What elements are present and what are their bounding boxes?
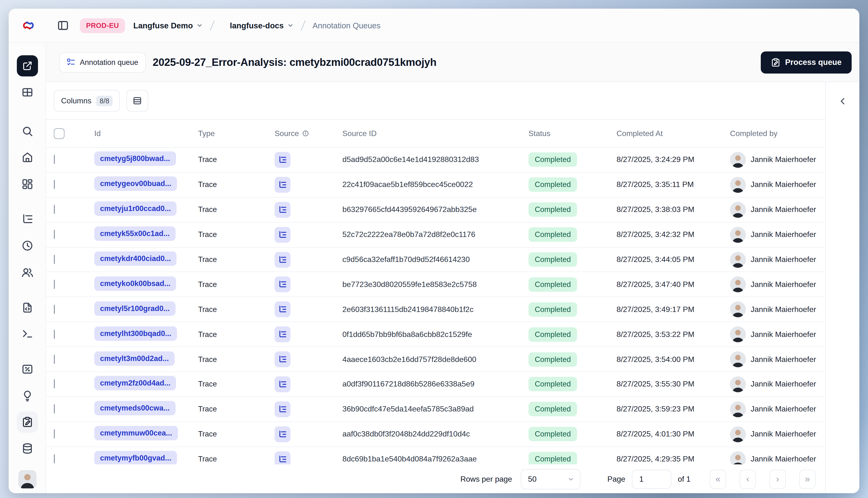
column-header-source[interactable]: Source: [275, 129, 342, 138]
row-checkbox[interactable]: [54, 305, 55, 314]
sidebar-toggle-button[interactable]: [57, 19, 69, 32]
last-page-button[interactable]: »: [799, 469, 816, 489]
source-link[interactable]: [275, 152, 290, 168]
source-link[interactable]: [275, 302, 290, 317]
row-checkbox[interactable]: [54, 454, 55, 463]
org-selector[interactable]: Langfuse Demo: [133, 21, 203, 30]
source-link[interactable]: [275, 402, 290, 417]
row-checkbox[interactable]: [54, 255, 55, 264]
sidebar-item-dashboards[interactable]: [21, 178, 34, 191]
table-row[interactable]: cmetym2fz00d4ad... Trace a0df3f901167218…: [46, 372, 825, 397]
sidebar-item-home[interactable]: [21, 151, 34, 163]
row-id-pill[interactable]: cmetymyfb00gvad...: [94, 451, 177, 464]
row-id-pill[interactable]: cmetykdr400ciad0...: [94, 251, 177, 266]
column-header-completed-by[interactable]: Completed by: [730, 129, 825, 138]
row-checkbox[interactable]: [54, 354, 55, 364]
row-id-pill[interactable]: cmetymmuw00cea...: [94, 426, 178, 440]
sidebar-item-sessions[interactable]: [21, 239, 34, 252]
source-link[interactable]: [275, 376, 290, 392]
row-checkbox[interactable]: [54, 380, 55, 389]
person-photo: [730, 426, 746, 442]
table-row[interactable]: cmetyk55x00c1ad... Trace 52c72c2222ea78e…: [46, 222, 825, 247]
person-photo: [18, 470, 36, 488]
row-checkbox[interactable]: [54, 429, 55, 438]
source-link[interactable]: [275, 202, 290, 218]
source-link[interactable]: [275, 451, 290, 464]
row-height-button[interactable]: [127, 90, 148, 112]
source-link[interactable]: [275, 252, 290, 267]
table-row[interactable]: cmetylht300bqad0... Trace 0f1dd65b7bb9bf…: [46, 322, 825, 347]
column-header-id[interactable]: Id: [94, 129, 198, 138]
sidebar-item-tables[interactable]: [21, 86, 34, 99]
first-page-button[interactable]: «: [710, 469, 726, 489]
row-id-pill[interactable]: cmetymeds00cwa...: [94, 401, 176, 416]
source-link[interactable]: [275, 426, 290, 442]
table-row[interactable]: cmetykdr400ciad0... Trace c9d56ca32efaff…: [46, 247, 825, 272]
user-avatar[interactable]: [18, 470, 36, 488]
source-link[interactable]: [275, 277, 290, 292]
source-link[interactable]: [275, 227, 290, 243]
table-row[interactable]: cmetyju1r00ccad0... Trace b63297665cfd44…: [46, 198, 825, 223]
status-badge: Completed: [529, 277, 577, 292]
person-photo: [730, 152, 746, 168]
avatar: [730, 227, 746, 243]
avatar: [730, 152, 746, 168]
row-checkbox[interactable]: [54, 280, 55, 289]
row-id-pill[interactable]: cmetyl5r100grad0...: [94, 301, 176, 316]
row-checkbox[interactable]: [54, 329, 55, 339]
table-row[interactable]: cmetymyfb00gvad... Trace 8dc69b1ba1e540b…: [46, 447, 825, 464]
table-row[interactable]: cmetyl5r100grad0... Trace 2e603f31361115…: [46, 297, 825, 322]
columns-button[interactable]: Columns 8/8: [54, 90, 120, 112]
source-link[interactable]: [275, 177, 290, 193]
table-row[interactable]: cmetymeds00cwa... Trace 36b90cdfc47e5da1…: [46, 397, 825, 422]
row-checkbox[interactable]: [54, 180, 55, 189]
column-header-completed-at[interactable]: Completed At: [617, 129, 730, 138]
row-checkbox[interactable]: [54, 230, 55, 239]
previous-page-button[interactable]: ‹: [740, 469, 756, 489]
open-external-button[interactable]: [16, 55, 38, 76]
row-id-pill[interactable]: cmetym2fz00d4ad...: [94, 376, 176, 391]
process-queue-button[interactable]: Process queue: [761, 51, 852, 73]
list-tree-icon: [21, 213, 34, 225]
row-id-pill[interactable]: cmetygeov00buad...: [94, 176, 177, 191]
row-id-pill[interactable]: cmetyg5j800bwad...: [94, 152, 176, 166]
select-all-checkbox[interactable]: [54, 128, 64, 139]
row-checkbox[interactable]: [54, 205, 55, 214]
sidebar-item-insights[interactable]: [21, 389, 34, 402]
table-row[interactable]: cmetymmuw00cea... Trace aaf0c38db0f3f204…: [46, 422, 825, 447]
row-id-pill[interactable]: cmetyju1r00ccad0...: [94, 201, 177, 216]
page-number-input[interactable]: [632, 469, 672, 489]
sidebar-item-prompts[interactable]: [21, 301, 34, 314]
table-row[interactable]: cmetygeov00buad... Trace 22c41f09acae5b1…: [46, 173, 825, 198]
rows-per-page-select[interactable]: 50: [521, 469, 580, 489]
sidebar-item-users[interactable]: [21, 266, 34, 279]
row-id-pill[interactable]: cmetyk55x00c1ad...: [94, 226, 176, 241]
sidebar-item-datasets[interactable]: [21, 442, 34, 455]
row-id-pill[interactable]: cmetyko0k00bsad...: [94, 276, 176, 291]
row-completed-by: Jannik Maierhoefer: [751, 230, 816, 239]
source-link[interactable]: [275, 326, 290, 342]
column-header-status[interactable]: Status: [529, 129, 617, 138]
table-row[interactable]: cmetyg5j800bwad... Trace d5ad9d52a00c6e1…: [46, 147, 825, 173]
queue-type-label: Annotation queue: [80, 58, 138, 67]
row-id-pill[interactable]: cmetylt3m00d2ad...: [94, 351, 174, 366]
row-id-pill[interactable]: cmetylht300bqad0...: [94, 326, 177, 341]
table-row[interactable]: cmetylt3m00d2ad... Trace 4aaece1603cb2e1…: [46, 347, 825, 372]
sidebar-item-tracing[interactable]: [21, 213, 34, 225]
next-page-button[interactable]: ›: [769, 469, 786, 489]
column-header-type[interactable]: Type: [198, 129, 275, 138]
column-header-source-id[interactable]: Source ID: [342, 129, 529, 138]
collapse-panel-button[interactable]: [834, 93, 851, 109]
sidebar-item-annotation-queues[interactable]: [16, 411, 38, 433]
sidebar-item-search[interactable]: [21, 125, 34, 137]
row-checkbox[interactable]: [54, 155, 55, 164]
row-completed-by: Jannik Maierhoefer: [751, 430, 816, 438]
source-link[interactable]: [275, 351, 290, 367]
sidebar-item-playground[interactable]: [21, 327, 34, 340]
project-selector[interactable]: langfuse-docs: [230, 21, 294, 30]
person-photo: [730, 227, 746, 243]
sidebar-item-evaluation[interactable]: [21, 363, 34, 376]
row-checkbox[interactable]: [54, 405, 55, 414]
users-icon: [21, 266, 34, 279]
table-row[interactable]: cmetyko0k00bsad... Trace be7723e30d80205…: [46, 272, 825, 297]
